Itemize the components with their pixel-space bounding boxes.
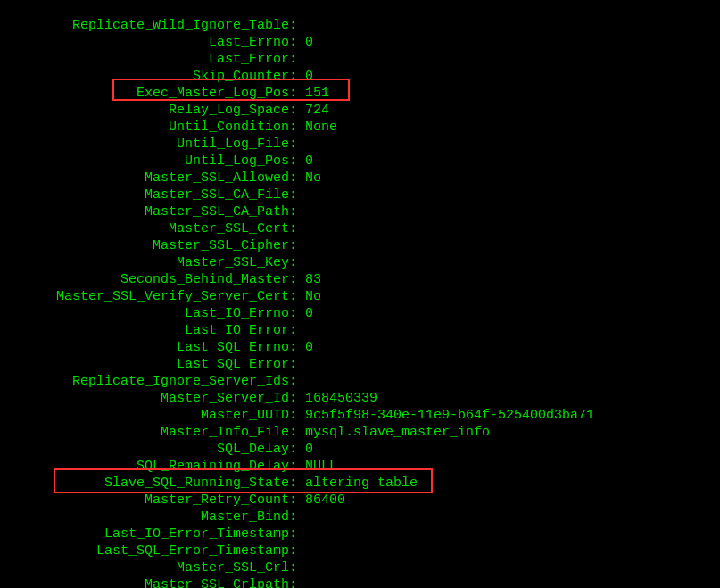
status-label: Master_SSL_Allowed: [0,170,305,186]
status-label: SQL_Delay: [0,442,305,457]
status-value: 0 [305,340,313,355]
status-row: Replicate_Wild_Ignore_Table: [0,17,720,34]
status-label: Last_Errno: [0,35,305,50]
status-row: Last_SQL_Error: [0,356,720,373]
status-label: Last_SQL_Error: [0,357,305,372]
status-label: Master_SSL_Cert: [0,221,305,236]
status-label: Last_IO_Error: [0,323,305,338]
status-value: 83 [305,272,321,287]
status-row: Replicate_Ignore_Server_Ids: [0,373,720,390]
status-row: Master_Bind: [0,509,720,526]
status-label: Master_Info_File: [0,425,305,440]
status-row: Last_IO_Error_Timestamp: [0,526,720,542]
status-label: Last_IO_Error_Timestamp: [0,526,305,542]
status-label: Relay_Log_Space: [0,103,305,118]
status-value: 0 [305,153,313,169]
status-row: Master_UUID: 9c5f5f98-340e-11e9-b64f-525… [0,407,720,424]
status-value: 0 [305,442,313,457]
status-row: Until_Condition: None [0,119,720,136]
status-row: SQL_Remaining_Delay: NULL [0,458,720,475]
status-row: Master_SSL_CA_Path: [0,203,720,220]
status-row: Master_Info_File: mysql.slave_master_inf… [0,424,720,441]
status-label: Last_Error: [0,52,305,67]
status-row: Last_IO_Error: [0,322,720,339]
status-row: Seconds_Behind_Master: 83 [0,271,720,288]
status-value: altering table [305,476,418,491]
status-label: SQL_Remaining_Delay: [0,459,305,474]
status-label: Master_Server_Id: [0,391,305,406]
status-label: Master_SSL_Cipher: [0,238,305,253]
status-row: Relay_Log_Space: 724 [0,102,720,119]
status-label: Last_SQL_Errno: [0,340,305,355]
status-row [0,0,720,17]
status-label: Replicate_Wild_Ignore_Table: [0,18,305,33]
status-label: Master_SSL_CA_Path: [0,204,305,219]
status-value: 724 [305,103,329,118]
status-row: Last_Error: [0,51,720,68]
status-label: Last_SQL_Error_Timestamp: [0,543,305,559]
status-row: Exec_Master_Log_Pos: 151 [0,85,720,102]
status-label: Master_SSL_CA_File: [0,187,305,203]
status-value: None [305,120,337,135]
status-row: Master_Retry_Count: 86400 [0,492,720,509]
status-row: Last_SQL_Error_Timestamp: [0,542,720,559]
status-label: Master_UUID: [0,408,305,423]
status-label: Master_SSL_Verify_Server_Cert: [0,289,305,304]
status-value: 0 [305,35,313,50]
status-row: Master_SSL_Key: [0,254,720,271]
status-label: Master_SSL_Crl: [0,560,305,576]
status-row: Until_Log_File: [0,136,720,153]
status-label: Slave_SQL_Running_State: [0,476,305,491]
status-value: NULL [305,459,337,474]
status-row: Until_Log_Pos: 0 [0,153,720,170]
status-label: Master_Retry_Count: [0,493,305,508]
terminal-output: Replicate_Wild_Ignore_Table: Last_Errno:… [0,0,720,588]
status-row: Master_SSL_CA_File: [0,186,720,203]
status-label: Until_Log_Pos: [0,153,305,169]
status-value: 0 [305,69,313,84]
status-label [0,1,297,16]
status-label: Master_SSL_Crlpath: [0,577,305,588]
status-row: Master_Server_Id: 168450339 [0,390,720,407]
status-label: Skip_Counter: [0,69,305,84]
status-label: Replicate_Ignore_Server_Ids: [0,374,305,389]
status-row: Master_SSL_Crl: [0,559,720,576]
status-row: Master_SSL_Cert: [0,220,720,237]
status-row: Master_SSL_Verify_Server_Cert: No [0,288,720,305]
status-row: Master_SSL_Cipher: [0,237,720,254]
status-value: 151 [305,86,329,101]
status-value: 0 [305,306,313,321]
status-label: Master_SSL_Key: [0,255,305,270]
status-value: No [305,289,321,304]
status-label: Master_Bind: [0,509,305,525]
status-row: Master_SSL_Crlpath: [0,576,720,588]
status-row: Master_SSL_Allowed: No [0,170,720,186]
status-label: Until_Log_File: [0,137,305,152]
status-row: Last_Errno: 0 [0,34,720,51]
status-value: mysql.slave_master_info [305,425,490,440]
status-row: Slave_SQL_Running_State: altering table [0,475,720,492]
status-value: 9c5f5f98-340e-11e9-b64f-525400d3ba71 [305,408,594,423]
status-row: Last_IO_Errno: 0 [0,305,720,322]
status-label: Seconds_Behind_Master: [0,272,305,287]
status-row: SQL_Delay: 0 [0,441,720,458]
status-label: Exec_Master_Log_Pos: [0,86,305,101]
status-value: 86400 [305,493,345,508]
status-label: Until_Condition: [0,120,305,135]
status-row: Last_SQL_Errno: 0 [0,339,720,356]
status-value: No [305,170,321,186]
status-label: Last_IO_Errno: [0,306,305,321]
status-value: 168450339 [305,391,377,406]
status-row: Skip_Counter: 0 [0,68,720,85]
